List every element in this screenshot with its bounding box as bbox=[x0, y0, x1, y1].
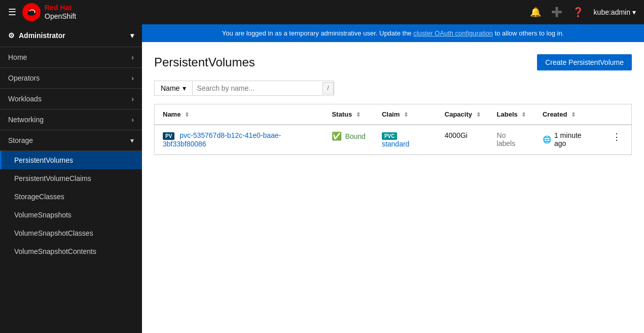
networking-chevron-right-icon: › bbox=[131, 116, 134, 124]
filter-bar: Name ▾ / bbox=[154, 81, 334, 96]
create-pv-button[interactable]: Create PersistentVolume bbox=[537, 54, 632, 70]
user-menu[interactable]: kube:admin ▾ bbox=[594, 8, 636, 16]
col-labels[interactable]: Labels ⇕ bbox=[489, 104, 534, 125]
row-kebab-menu[interactable]: ⋮ bbox=[610, 130, 623, 144]
sidebar-item-networking[interactable]: Networking › bbox=[0, 109, 142, 130]
claim-link[interactable]: standard bbox=[382, 140, 409, 148]
sidebar-item-workloads[interactable]: Workloads › bbox=[0, 89, 142, 109]
sidebar-item-operators[interactable]: Operators › bbox=[0, 68, 142, 89]
sidebar-sub-persistentvolumeclaims[interactable]: PersistentVolumeClaims bbox=[0, 169, 142, 188]
col-created[interactable]: Created ⇕ bbox=[534, 104, 602, 125]
page-header: PersistentVolumes Create PersistentVolum… bbox=[154, 54, 632, 70]
search-input[interactable] bbox=[197, 84, 318, 92]
sort-created-icon: ⇕ bbox=[571, 112, 576, 118]
pv-capacity-cell: 4000Gi bbox=[437, 125, 489, 155]
sidebar: ⚙ Administrator ▾ Home › Operators › Wor… bbox=[0, 24, 142, 333]
pv-actions-cell: ⋮ bbox=[602, 125, 631, 155]
pv-created-cell: 🌐 1 minute ago bbox=[534, 125, 602, 155]
sidebar-sub-persistentvolumes[interactable]: PersistentVolumes bbox=[0, 151, 142, 169]
col-capacity[interactable]: Capacity ⇕ bbox=[437, 104, 489, 125]
gear-icon: ⚙ bbox=[8, 31, 15, 40]
hamburger-icon[interactable]: ☰ bbox=[8, 7, 16, 18]
col-name[interactable]: Name ⇕ bbox=[155, 104, 324, 125]
filter-slash-label: / bbox=[323, 82, 333, 94]
workloads-chevron-right-icon: › bbox=[131, 95, 134, 103]
sidebar-item-home[interactable]: Home › bbox=[0, 47, 142, 68]
bound-check-icon: ✅ bbox=[332, 131, 342, 141]
top-navbar: ☰ Red Hat OpenShift 🔔 ➕ ❓ kube:admin ▾ bbox=[0, 0, 644, 24]
table-header-row: Name ⇕ Status ⇕ Claim ⇕ bbox=[155, 104, 631, 125]
filter-dropdown[interactable]: Name ▾ bbox=[155, 81, 193, 95]
pv-claim-cell: PVC standard bbox=[374, 125, 437, 155]
status-bound-label: Bound bbox=[345, 132, 365, 140]
brand-red: Red Hat bbox=[45, 4, 71, 12]
filter-search bbox=[193, 81, 323, 95]
sort-status-icon: ⇕ bbox=[356, 112, 361, 118]
sort-labels-icon: ⇕ bbox=[521, 112, 526, 118]
pvc-badge: PVC bbox=[382, 132, 398, 140]
pv-badge: PV bbox=[163, 132, 174, 140]
pv-name-link[interactable]: pvc-535767d8-b12c-41e0-baae-3bf33bf80086 bbox=[163, 131, 281, 148]
brand-logo: Red Hat OpenShift bbox=[22, 3, 76, 21]
col-actions bbox=[602, 104, 631, 125]
user-menu-chevron-icon: ▾ bbox=[632, 8, 636, 16]
sidebar-sub-volumesnapshots[interactable]: VolumeSnapshots bbox=[0, 206, 142, 224]
table-row: PV pvc-535767d8-b12c-41e0-baae-3bf33bf80… bbox=[155, 125, 631, 155]
banner-text-after: to allow others to log in. bbox=[495, 29, 564, 37]
sidebar-sub-storageclasses[interactable]: StorageClasses bbox=[0, 188, 142, 206]
redhat-logo-svg bbox=[22, 3, 41, 21]
pv-table: Name ⇕ Status ⇕ Claim ⇕ bbox=[155, 104, 631, 155]
storage-chevron-down-icon: ▾ bbox=[130, 136, 134, 144]
help-icon[interactable]: ❓ bbox=[573, 7, 584, 18]
bell-icon[interactable]: 🔔 bbox=[530, 7, 541, 18]
pv-labels-cell: No labels bbox=[489, 125, 534, 155]
user-name: kube:admin bbox=[594, 8, 630, 16]
home-chevron-right-icon: › bbox=[131, 53, 134, 61]
operators-chevron-right-icon: › bbox=[131, 74, 134, 82]
sort-claim-icon: ⇕ bbox=[404, 112, 408, 118]
admin-section-header[interactable]: ⚙ Administrator ▾ bbox=[0, 24, 142, 47]
banner-text-before: You are logged in as a temporary adminis… bbox=[222, 29, 413, 37]
sort-capacity-icon: ⇕ bbox=[476, 112, 481, 118]
page-body: PersistentVolumes Create PersistentVolum… bbox=[142, 42, 644, 333]
main-content: You are logged in as a temporary adminis… bbox=[142, 24, 644, 333]
cluster-oauth-link[interactable]: cluster OAuth configuration bbox=[413, 29, 493, 37]
sidebar-item-storage[interactable]: Storage ▾ bbox=[0, 130, 142, 151]
sidebar-sub-volumesnapshotcontents[interactable]: VolumeSnapshotContents bbox=[0, 242, 142, 261]
filter-chevron-down-icon: ▾ bbox=[183, 84, 186, 92]
brand-openshift: OpenShift bbox=[45, 12, 76, 21]
col-status[interactable]: Status ⇕ bbox=[324, 104, 373, 125]
admin-chevron-down-icon: ▾ bbox=[130, 31, 134, 40]
page-title: PersistentVolumes bbox=[154, 55, 255, 69]
globe-icon: 🌐 bbox=[543, 135, 551, 143]
filter-label: Name bbox=[161, 84, 180, 92]
pv-status-cell: ✅ Bound bbox=[324, 125, 373, 155]
add-icon[interactable]: ➕ bbox=[551, 7, 562, 18]
col-claim[interactable]: Claim ⇕ bbox=[374, 104, 437, 125]
sidebar-sub-volumesnapshotclasses[interactable]: VolumeSnapshotClasses bbox=[0, 224, 142, 242]
admin-banner: You are logged in as a temporary adminis… bbox=[142, 24, 644, 42]
pv-table-container: Name ⇕ Status ⇕ Claim ⇕ bbox=[154, 104, 632, 155]
pv-name-cell: PV pvc-535767d8-b12c-41e0-baae-3bf33bf80… bbox=[155, 125, 324, 155]
admin-label: Administrator bbox=[19, 31, 65, 40]
sort-name-icon: ⇕ bbox=[185, 112, 189, 118]
